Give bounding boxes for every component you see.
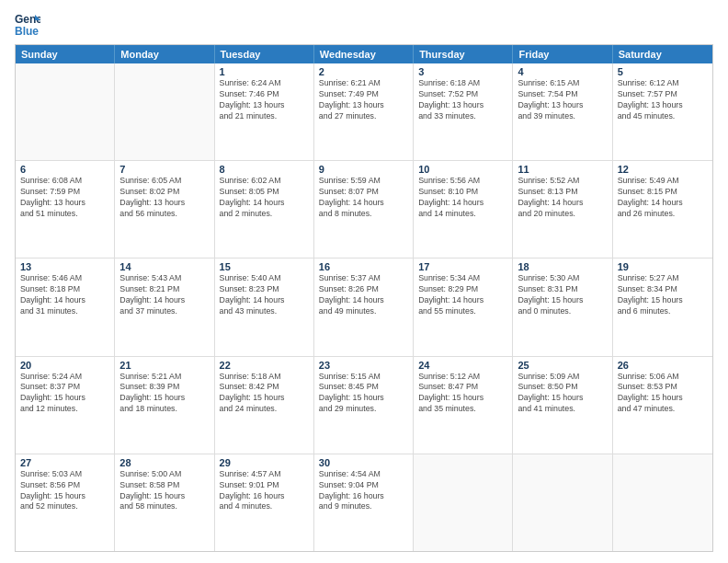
cal-cell: 11Sunrise: 5:52 AM Sunset: 8:13 PM Dayli… [513, 161, 612, 258]
cell-info: Sunrise: 5:30 AM Sunset: 8:31 PM Dayligh… [518, 273, 607, 317]
day-number: 29 [220, 457, 309, 468]
calendar-header: SundayMondayTuesdayWednesdayThursdayFrid… [16, 45, 712, 63]
cell-info: Sunrise: 6:05 AM Sunset: 8:02 PM Dayligh… [119, 176, 209, 220]
cal-cell: 9Sunrise: 5:59 AM Sunset: 8:07 PM Daylig… [314, 161, 414, 258]
cal-cell: 23Sunrise: 5:15 AM Sunset: 8:45 PM Dayli… [314, 357, 414, 454]
cal-cell: 12Sunrise: 5:49 AM Sunset: 8:15 PM Dayli… [613, 161, 712, 258]
day-number: 19 [618, 261, 708, 272]
cell-info: Sunrise: 5:40 AM Sunset: 8:23 PM Dayligh… [220, 273, 309, 317]
cell-info: Sunrise: 6:24 AM Sunset: 7:46 PM Dayligh… [220, 78, 309, 122]
day-number: 18 [518, 261, 607, 272]
cell-info: Sunrise: 5:06 AM Sunset: 8:53 PM Dayligh… [618, 372, 708, 416]
cell-info: Sunrise: 5:24 AM Sunset: 8:37 PM Dayligh… [20, 372, 109, 416]
day-number: 10 [418, 164, 507, 175]
cell-info: Sunrise: 6:02 AM Sunset: 8:05 PM Dayligh… [220, 176, 309, 220]
day-number: 7 [119, 164, 209, 175]
header-day-tuesday: Tuesday [215, 45, 314, 63]
cal-cell: 20Sunrise: 5:24 AM Sunset: 8:37 PM Dayli… [16, 357, 115, 454]
cell-info: Sunrise: 4:54 AM Sunset: 9:04 PM Dayligh… [319, 469, 408, 513]
calendar-row-3: 20Sunrise: 5:24 AM Sunset: 8:37 PM Dayli… [16, 357, 712, 454]
cell-info: Sunrise: 5:18 AM Sunset: 8:42 PM Dayligh… [220, 372, 309, 416]
cal-cell: 30Sunrise: 4:54 AM Sunset: 9:04 PM Dayli… [314, 454, 414, 551]
cell-info: Sunrise: 5:15 AM Sunset: 8:45 PM Dayligh… [319, 372, 408, 416]
cal-cell [16, 63, 115, 160]
cell-info: Sunrise: 6:08 AM Sunset: 7:59 PM Dayligh… [20, 176, 109, 220]
cell-info: Sunrise: 6:18 AM Sunset: 7:52 PM Dayligh… [418, 78, 507, 122]
cal-cell [613, 454, 712, 551]
cell-info: Sunrise: 6:15 AM Sunset: 7:54 PM Dayligh… [518, 78, 607, 122]
cell-info: Sunrise: 5:03 AM Sunset: 8:56 PM Dayligh… [20, 469, 109, 513]
day-number: 14 [119, 261, 209, 272]
day-number: 22 [220, 360, 309, 371]
cell-info: Sunrise: 5:00 AM Sunset: 8:58 PM Dayligh… [119, 469, 209, 513]
cell-info: Sunrise: 5:43 AM Sunset: 8:21 PM Dayligh… [119, 273, 209, 317]
cell-info: Sunrise: 6:12 AM Sunset: 7:57 PM Dayligh… [618, 78, 708, 122]
cal-cell [115, 63, 214, 160]
day-number: 6 [20, 164, 109, 175]
day-number: 12 [618, 164, 708, 175]
header-day-friday: Friday [513, 45, 612, 63]
day-number: 25 [518, 360, 607, 371]
cal-cell: 18Sunrise: 5:30 AM Sunset: 8:31 PM Dayli… [513, 259, 612, 355]
cal-cell: 28Sunrise: 5:00 AM Sunset: 8:58 PM Dayli… [115, 454, 214, 551]
cal-cell: 3Sunrise: 6:18 AM Sunset: 7:52 PM Daylig… [414, 63, 513, 160]
cal-cell: 10Sunrise: 5:56 AM Sunset: 8:10 PM Dayli… [414, 161, 513, 258]
calendar-row-2: 13Sunrise: 5:46 AM Sunset: 8:18 PM Dayli… [16, 259, 712, 356]
header-day-thursday: Thursday [414, 45, 513, 63]
day-number: 24 [418, 360, 507, 371]
cal-cell: 15Sunrise: 5:40 AM Sunset: 8:23 PM Dayli… [215, 259, 314, 355]
day-number: 3 [418, 66, 507, 77]
day-number: 9 [319, 164, 408, 175]
svg-text:Blue: Blue [15, 25, 39, 37]
cal-cell: 8Sunrise: 6:02 AM Sunset: 8:05 PM Daylig… [215, 161, 314, 258]
cal-cell: 5Sunrise: 6:12 AM Sunset: 7:57 PM Daylig… [613, 63, 712, 160]
page: General Blue SundayMondayTuesdayWednesda… [0, 0, 728, 563]
cal-cell: 27Sunrise: 5:03 AM Sunset: 8:56 PM Dayli… [16, 454, 115, 551]
header-day-wednesday: Wednesday [314, 45, 414, 63]
cal-cell: 25Sunrise: 5:09 AM Sunset: 8:50 PM Dayli… [513, 357, 612, 454]
cell-info: Sunrise: 5:27 AM Sunset: 8:34 PM Dayligh… [618, 273, 708, 317]
calendar-row-1: 6Sunrise: 6:08 AM Sunset: 7:59 PM Daylig… [16, 161, 712, 259]
header-day-saturday: Saturday [613, 45, 712, 63]
cal-cell [513, 454, 612, 551]
cal-cell: 24Sunrise: 5:12 AM Sunset: 8:47 PM Dayli… [414, 357, 513, 454]
cell-info: Sunrise: 5:49 AM Sunset: 8:15 PM Dayligh… [618, 176, 708, 220]
cell-info: Sunrise: 5:46 AM Sunset: 8:18 PM Dayligh… [20, 273, 109, 317]
day-number: 15 [220, 261, 309, 272]
calendar: SundayMondayTuesdayWednesdayThursdayFrid… [15, 44, 713, 552]
day-number: 27 [20, 457, 109, 468]
day-number: 8 [220, 164, 309, 175]
logo-icon: General Blue [15, 11, 40, 37]
calendar-row-0: 1Sunrise: 6:24 AM Sunset: 7:46 PM Daylig… [16, 63, 712, 161]
cell-info: Sunrise: 5:37 AM Sunset: 8:26 PM Dayligh… [319, 273, 408, 317]
day-number: 1 [220, 66, 309, 77]
day-number: 4 [518, 66, 607, 77]
header-day-monday: Monday [115, 45, 214, 63]
header: General Blue [15, 11, 713, 37]
day-number: 30 [319, 457, 408, 468]
cell-info: Sunrise: 5:56 AM Sunset: 8:10 PM Dayligh… [418, 176, 507, 220]
cell-info: Sunrise: 6:21 AM Sunset: 7:49 PM Dayligh… [319, 78, 408, 122]
cell-info: Sunrise: 5:34 AM Sunset: 8:29 PM Dayligh… [418, 273, 507, 317]
cal-cell: 2Sunrise: 6:21 AM Sunset: 7:49 PM Daylig… [314, 63, 414, 160]
cal-cell: 13Sunrise: 5:46 AM Sunset: 8:18 PM Dayli… [16, 259, 115, 355]
cell-info: Sunrise: 5:52 AM Sunset: 8:13 PM Dayligh… [518, 176, 607, 220]
day-number: 5 [618, 66, 708, 77]
cell-info: Sunrise: 5:09 AM Sunset: 8:50 PM Dayligh… [518, 372, 607, 416]
cal-cell: 29Sunrise: 4:57 AM Sunset: 9:01 PM Dayli… [215, 454, 314, 551]
day-number: 26 [618, 360, 708, 371]
cell-info: Sunrise: 4:57 AM Sunset: 9:01 PM Dayligh… [220, 469, 309, 513]
header-day-sunday: Sunday [16, 45, 115, 63]
cal-cell: 26Sunrise: 5:06 AM Sunset: 8:53 PM Dayli… [613, 357, 712, 454]
day-number: 23 [319, 360, 408, 371]
cal-cell: 4Sunrise: 6:15 AM Sunset: 7:54 PM Daylig… [513, 63, 612, 160]
day-number: 21 [119, 360, 209, 371]
day-number: 2 [319, 66, 408, 77]
cal-cell: 21Sunrise: 5:21 AM Sunset: 8:39 PM Dayli… [115, 357, 214, 454]
calendar-row-4: 27Sunrise: 5:03 AM Sunset: 8:56 PM Dayli… [16, 454, 712, 551]
cal-cell: 6Sunrise: 6:08 AM Sunset: 7:59 PM Daylig… [16, 161, 115, 258]
day-number: 28 [119, 457, 209, 468]
day-number: 16 [319, 261, 408, 272]
day-number: 11 [518, 164, 607, 175]
cell-info: Sunrise: 5:12 AM Sunset: 8:47 PM Dayligh… [418, 372, 507, 416]
